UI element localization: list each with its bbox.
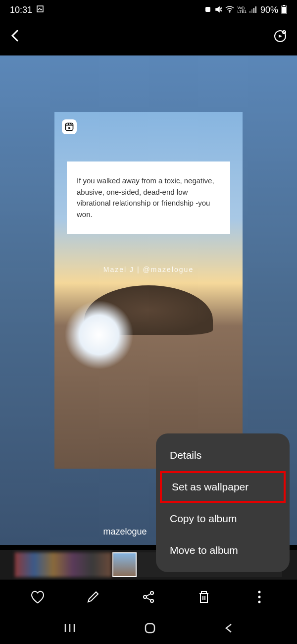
svg-rect-6 [255,6,256,13]
more-button[interactable] [251,589,267,605]
svg-point-17 [258,596,261,598]
clock-text: 10:31 [10,5,32,15]
svg-rect-12 [66,123,73,131]
svg-rect-5 [253,8,254,13]
thumbnail-selected[interactable] [112,552,137,577]
svg-rect-8 [283,5,285,6]
author-credit: Mazel J | @mazelogue [54,266,243,273]
favorite-button[interactable] [30,589,46,605]
menu-item-details[interactable]: Details [156,439,290,471]
status-left: 10:31 [10,5,44,15]
signal-icon [249,6,257,14]
svg-rect-1 [205,7,210,12]
battery-text: 90% [260,5,278,15]
status-right: Vo))LTE1 90% [204,5,287,15]
screenshot-icon [36,5,44,15]
nav-back-button[interactable] [224,622,233,636]
menu-item-copy-album[interactable]: Copy to album [156,503,290,535]
svg-point-14 [150,591,153,594]
svg-rect-3 [249,11,250,13]
mute-icon [214,5,222,15]
reels-icon [62,119,77,134]
svg-rect-22 [146,624,154,633]
action-bar [0,580,297,614]
menu-item-move-album[interactable]: Move to album [156,535,290,566]
quote-text: If you walked away from a toxic, negativ… [67,161,230,234]
svg-point-15 [150,599,153,602]
wifi-icon [225,6,234,14]
volte-indicator: Vo))LTE1 [237,6,247,14]
bixby-vision-button[interactable] [273,29,287,45]
app-badge-icon [204,6,211,14]
thumbnail[interactable] [15,552,111,577]
share-button[interactable] [141,589,156,605]
svg-rect-9 [282,7,286,13]
svg-point-2 [229,11,231,12]
photo-content: If you walked away from a toxic, negativ… [54,112,243,469]
svg-rect-4 [251,9,252,13]
username-label: mazelogue [103,527,147,537]
menu-item-set-wallpaper[interactable]: Set as wallpaper [160,471,286,503]
battery-icon [281,5,287,15]
context-menu: Details Set as wallpaper Copy to album M… [156,433,290,572]
delete-button[interactable] [196,589,212,605]
wave-foam-graphic [64,300,134,370]
recents-button[interactable] [64,623,76,635]
app-header [0,20,297,54]
status-bar: 10:31 Vo))LTE1 90% [0,0,297,20]
svg-point-16 [258,591,261,593]
svg-point-13 [144,595,147,598]
edit-button[interactable] [85,589,101,605]
system-nav-bar [0,614,297,644]
home-button[interactable] [144,622,156,636]
back-button[interactable] [10,29,20,46]
svg-point-18 [258,601,261,603]
